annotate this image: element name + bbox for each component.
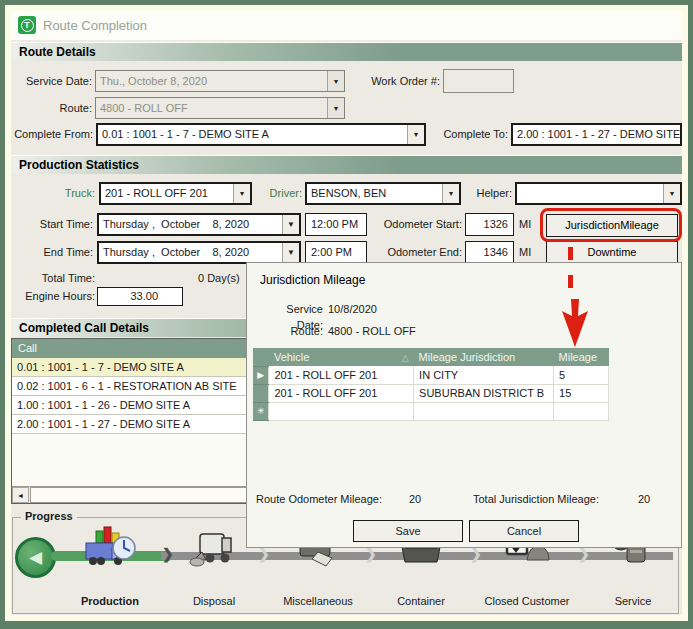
dialog-title: Jurisdiction Mileage: [260, 273, 365, 287]
chevron-right-icon: ❯: [470, 546, 482, 562]
sort-ascending-icon: △: [402, 353, 409, 363]
row-selector-header: [253, 348, 269, 366]
service-date-select[interactable]: Thu., October 8, 2020 ▾: [95, 70, 345, 92]
cell-mileage-empty[interactable]: [554, 402, 609, 420]
disposal-tickets-icon[interactable]: [188, 526, 240, 578]
complete-from-label: Complete From:: [11, 123, 93, 146]
start-time-field[interactable]: 12:00 PM: [305, 213, 367, 236]
step-container-actions[interactable]: Container Actions (3): [366, 582, 476, 615]
table-row[interactable]: ▶ 201 - ROLL OFF 201 IN CITY 5: [253, 366, 609, 384]
table-new-row[interactable]: ✳: [253, 402, 609, 420]
annotation-highlight-rect: [540, 208, 682, 242]
new-row-icon[interactable]: ✳: [253, 402, 269, 420]
work-order-field[interactable]: [443, 69, 514, 93]
step-disposal-tickets[interactable]: Disposal Tickets: [159, 582, 269, 615]
driver-label: Driver:: [258, 182, 302, 205]
column-mileage[interactable]: Mileage: [554, 348, 609, 366]
chevron-down-icon[interactable]: ▾: [442, 184, 459, 203]
work-order-label: Work Order #:: [350, 70, 440, 93]
cell-mileage[interactable]: 15: [554, 384, 609, 402]
complete-from-select[interactable]: 0.01 : 1001 - 1 - 7 - DEMO SITE A ▾: [96, 123, 426, 146]
start-time-label: Start Time:: [19, 213, 93, 236]
end-date-value: Thursday , October 8, 2020: [99, 243, 282, 262]
helper-value: [517, 184, 663, 203]
helper-select[interactable]: ▾: [515, 182, 682, 205]
cell-jurisdiction-empty[interactable]: [414, 402, 554, 420]
row-selector[interactable]: [253, 384, 269, 402]
back-button[interactable]: ◀: [15, 537, 56, 578]
window-title: Route Completion: [43, 11, 147, 40]
route-label: Route:: [11, 97, 92, 120]
titlebar: T Route Completion: [11, 11, 682, 40]
step-production-statistics[interactable]: Production Statistics: [55, 582, 165, 615]
chevron-down-icon[interactable]: ▾: [327, 71, 344, 91]
engine-hours-field[interactable]: 33.00: [97, 287, 183, 306]
chevron-down-icon[interactable]: ▾: [663, 184, 680, 203]
jurisdiction-mileage-dialog: Jurisdiction Mileage Service Date: 10/8/…: [246, 262, 682, 548]
end-time-field[interactable]: 2:00 PM: [305, 241, 367, 264]
window-inner-border: T Route Completion Route Details Service…: [5, 5, 688, 621]
total-jurisdiction-label: Total Jurisdiction Mileage:: [473, 491, 613, 507]
chevron-right-icon: ❯: [578, 546, 590, 562]
trux-logo-letter: T: [21, 19, 34, 32]
chevron-down-icon[interactable]: ▼: [282, 243, 299, 262]
truck-value: 201 - ROLL OFF 201: [101, 184, 233, 203]
chevron-down-icon[interactable]: ▾: [233, 184, 250, 203]
cell-vehicle[interactable]: 201 - ROLL OFF 201: [269, 384, 414, 402]
driver-select[interactable]: BENSON, BEN ▾: [305, 182, 461, 205]
step-service-terminations[interactable]: Service Terminations: [578, 582, 682, 615]
chevron-right-icon: ❯: [365, 546, 377, 562]
cell-jurisdiction[interactable]: IN CITY: [414, 366, 554, 384]
start-date-value: Thursday , October 8, 2020: [99, 215, 282, 234]
chevron-down-icon[interactable]: ▼: [282, 215, 299, 234]
dialog-route-value: 4800 - ROLL OFF: [328, 323, 416, 339]
odometer-start-field[interactable]: 1326: [465, 213, 514, 236]
helper-label: Helper:: [465, 182, 512, 205]
cell-jurisdiction[interactable]: SUBURBAN DISTRICT B: [414, 384, 554, 402]
current-row-icon[interactable]: ▶: [253, 366, 269, 384]
engine-hours-label: Engine Hours:: [11, 285, 95, 308]
total-time-value: 0 Day(s): [198, 268, 240, 288]
complete-to-select[interactable]: 2.00 : 1001 - 1 - 27 - DEMO SITE A: [511, 123, 682, 146]
column-mileage-jurisdiction[interactable]: Mileage Jurisdiction: [414, 348, 554, 366]
complete-from-value: 0.01 : 1001 - 1 - 7 - DEMO SITE A: [98, 125, 407, 144]
save-button[interactable]: Save: [353, 520, 463, 542]
dialog-service-date-value: 10/8/2020: [328, 301, 377, 317]
trux-app-icon: T: [18, 16, 36, 34]
odometer-start-label: Odometer Start:: [371, 213, 462, 236]
route-value: 4800 - ROLL OFF: [96, 98, 327, 118]
step-miscellaneous-transactions[interactable]: Miscellaneous Transactions: [263, 582, 373, 615]
table-row[interactable]: 201 - ROLL OFF 201 SUBURBAN DISTRICT B 1…: [253, 384, 609, 402]
route-odometer-value: 20: [409, 491, 421, 507]
route-odometer-label: Route Odometer Mileage:: [256, 491, 391, 507]
truck-select[interactable]: 201 - ROLL OFF 201 ▾: [99, 182, 252, 205]
progress-label: Progress: [21, 510, 77, 522]
dialog-service-date-label: Service Date:: [257, 301, 323, 317]
back-arrow-icon: ◀: [29, 547, 42, 568]
chevron-down-icon[interactable]: ▾: [327, 98, 344, 118]
downtime-button[interactable]: Downtime: [546, 241, 678, 263]
annotation-dash: [568, 275, 573, 288]
end-time-label: End Time:: [19, 241, 93, 264]
cell-vehicle[interactable]: 201 - ROLL OFF 201: [269, 366, 414, 384]
chevron-down-icon[interactable]: ▾: [407, 125, 424, 144]
end-date-picker[interactable]: Thursday , October 8, 2020 ▼: [97, 241, 301, 264]
window-content: T Route Completion Route Details Service…: [11, 11, 682, 615]
complete-to-label: Complete To:: [431, 123, 508, 146]
cell-mileage[interactable]: 5: [554, 366, 609, 384]
step-closed-customer-issues[interactable]: Closed Customer Issues: [472, 582, 582, 615]
service-date-label: Service Date:: [11, 70, 92, 93]
start-date-picker[interactable]: Thursday , October 8, 2020 ▼: [97, 213, 301, 236]
driver-value: BENSON, BEN: [307, 184, 442, 203]
cell-vehicle-empty[interactable]: [269, 402, 414, 420]
column-vehicle[interactable]: Vehicle △: [269, 348, 414, 366]
scroll-left-icon[interactable]: ◄: [12, 487, 29, 503]
complete-to-value: 2.00 : 1001 - 1 - 27 - DEMO SITE A: [513, 125, 680, 144]
production-statistics-header: Production Statistics: [11, 155, 682, 174]
production-statistics-icon[interactable]: [84, 526, 136, 578]
odometer-end-label: Odometer End:: [371, 241, 462, 264]
odometer-end-field[interactable]: 1346: [465, 241, 514, 264]
route-select[interactable]: 4800 - ROLL OFF ▾: [95, 97, 345, 119]
route-details-header: Route Details: [11, 42, 682, 61]
cancel-button[interactable]: Cancel: [469, 520, 579, 542]
